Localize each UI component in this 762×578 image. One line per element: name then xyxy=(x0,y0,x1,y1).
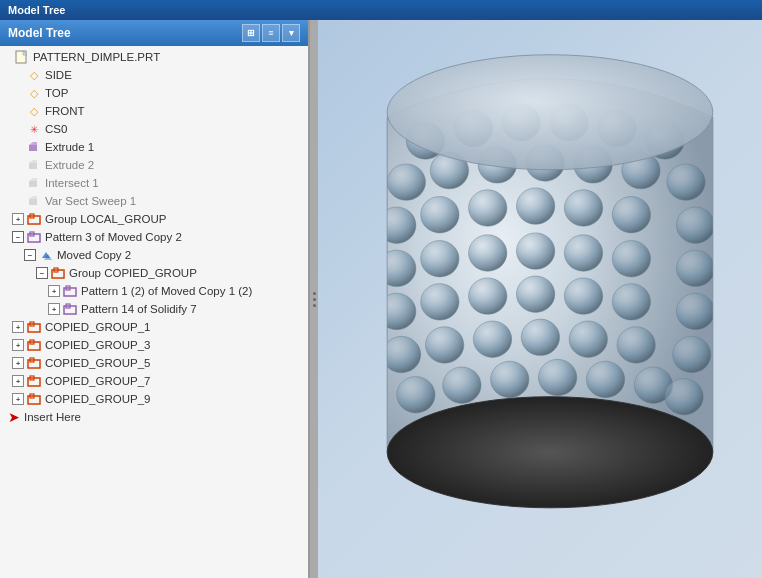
expand-btn-pattern14[interactable]: + xyxy=(48,303,60,315)
plane-icon-front: ◇ xyxy=(26,103,42,119)
tree-item-group-local[interactable]: + Group LOCAL_GROUP xyxy=(0,210,308,228)
svg-point-62 xyxy=(612,284,650,320)
tree-label-group-local: Group LOCAL_GROUP xyxy=(45,213,166,225)
expand-btn-copied-group-7[interactable]: + xyxy=(12,375,24,387)
tree-item-top[interactable]: ◇ TOP xyxy=(0,84,308,102)
cylinder-container xyxy=(368,40,732,558)
moved-copy-icon xyxy=(38,247,54,263)
expand-btn-group-local[interactable]: + xyxy=(12,213,24,225)
svg-point-69 xyxy=(617,327,655,363)
title-bar-label: Model Tree xyxy=(8,4,65,16)
expand-btn-pattern1-2[interactable]: + xyxy=(48,285,60,297)
copied-group-icon-1 xyxy=(26,319,42,335)
tree-settings-btn[interactable]: ⊞ xyxy=(242,24,260,42)
tree-item-copied-group-1[interactable]: + COPIED_GROUP_1 xyxy=(0,318,308,336)
tree-filter-btn[interactable]: ▾ xyxy=(282,24,300,42)
svg-point-43 xyxy=(378,207,416,243)
tree-view-btn[interactable]: ≡ xyxy=(262,24,280,42)
intersect-icon xyxy=(26,175,42,191)
svg-point-61 xyxy=(564,278,602,314)
expand-btn-copied-group-9[interactable]: + xyxy=(12,393,24,405)
resize-handle[interactable] xyxy=(310,20,318,578)
tree-item-copied-group-3[interactable]: + COPIED_GROUP_3 xyxy=(0,336,308,354)
expand-btn-group-copied[interactable]: − xyxy=(36,267,48,279)
main-content: Model Tree ⊞ ≡ ▾ PATTERN_DIMPLE.PRT xyxy=(0,20,762,578)
expand-btn-copied-group-5[interactable]: + xyxy=(12,357,24,369)
tree-item-pattern3[interactable]: − Pattern 3 of Moved Copy 2 xyxy=(0,228,308,246)
tree-item-side[interactable]: ◇ SIDE xyxy=(0,66,308,84)
model-tree-panel: Model Tree ⊞ ≡ ▾ PATTERN_DIMPLE.PRT xyxy=(0,20,310,578)
tree-item-copied-group-9[interactable]: + COPIED_GROUP_9 xyxy=(0,390,308,408)
tree-item-intersect1[interactable]: Intersect 1 xyxy=(0,174,308,192)
svg-point-63 xyxy=(676,293,714,329)
svg-point-68 xyxy=(569,321,607,357)
svg-marker-5 xyxy=(29,160,37,163)
svg-point-36 xyxy=(387,164,425,200)
pattern-icon-14 xyxy=(62,301,78,317)
svg-point-50 xyxy=(378,250,416,286)
tree-item-cs0[interactable]: ✳ CS0 xyxy=(0,120,308,138)
3d-viewport[interactable] xyxy=(318,20,762,578)
tree-item-copied-group-5[interactable]: + COPIED_GROUP_5 xyxy=(0,354,308,372)
svg-point-52 xyxy=(469,235,507,271)
copied-group-icon-9 xyxy=(26,391,42,407)
svg-point-42 xyxy=(667,164,705,200)
plane-icon-top: ◇ xyxy=(26,85,42,101)
svg-point-89 xyxy=(387,55,713,170)
svg-marker-9 xyxy=(29,196,37,199)
tree-item-copied-group-7[interactable]: + COPIED_GROUP_7 xyxy=(0,372,308,390)
svg-point-73 xyxy=(491,361,529,397)
svg-rect-6 xyxy=(29,181,37,187)
expand-btn-pattern3[interactable]: − xyxy=(12,231,24,243)
tree-item-pattern1-2[interactable]: + Pattern 1 (2) of Moved Copy 1 (2) xyxy=(0,282,308,300)
tree-item-pattern14[interactable]: + Pattern 14 of Solidify 7 xyxy=(0,300,308,318)
tree-label-side: SIDE xyxy=(45,69,72,81)
copied-group-icon-5 xyxy=(26,355,42,371)
svg-marker-7 xyxy=(29,178,37,181)
insert-here: ➤ Insert Here xyxy=(0,408,308,426)
expand-btn-copied-group-1[interactable]: + xyxy=(12,321,24,333)
tree-item-extrude2[interactable]: Extrude 2 xyxy=(0,156,308,174)
tree-item-front[interactable]: ◇ FRONT xyxy=(0,102,308,120)
svg-point-49 xyxy=(676,207,714,243)
svg-point-70 xyxy=(673,336,711,372)
resize-dots xyxy=(313,292,316,307)
cylinder-3d xyxy=(368,39,732,559)
svg-point-54 xyxy=(564,235,602,271)
svg-point-44 xyxy=(421,197,459,233)
svg-point-74 xyxy=(539,359,577,395)
svg-point-58 xyxy=(421,284,459,320)
svg-point-75 xyxy=(586,361,624,397)
svg-point-53 xyxy=(516,233,554,269)
expand-btn-copied-group-3[interactable]: + xyxy=(12,339,24,351)
tree-item-pattern-dimple[interactable]: PATTERN_DIMPLE.PRT xyxy=(0,48,308,66)
svg-point-56 xyxy=(676,250,714,286)
svg-point-48 xyxy=(612,197,650,233)
svg-point-77 xyxy=(665,379,703,415)
tree-item-var-sect-sweep1[interactable]: Var Sect Sweep 1 xyxy=(0,192,308,210)
tree-item-moved-copy2[interactable]: − Moved Copy 2 xyxy=(0,246,308,264)
tree-item-group-copied[interactable]: − Group COPIED_GROUP xyxy=(0,264,308,282)
tree-content[interactable]: PATTERN_DIMPLE.PRT ◇ SIDE ◇ TOP ◇ xyxy=(0,46,308,578)
svg-point-72 xyxy=(443,367,481,403)
svg-rect-2 xyxy=(29,145,37,151)
plane-icon-side: ◇ xyxy=(26,67,42,83)
svg-point-55 xyxy=(612,241,650,277)
insert-here-label: Insert Here xyxy=(24,411,81,423)
svg-point-46 xyxy=(516,188,554,224)
extrude-icon-1 xyxy=(26,139,42,155)
tree-label-extrude1: Extrude 1 xyxy=(45,141,94,153)
tree-label-front: FRONT xyxy=(45,105,85,117)
svg-point-51 xyxy=(421,241,459,277)
cs-icon: ✳ xyxy=(26,121,42,137)
svg-point-71 xyxy=(397,377,435,413)
svg-point-57 xyxy=(378,293,416,329)
tree-label-cs0: CS0 xyxy=(45,123,67,135)
svg-point-66 xyxy=(473,321,511,357)
expand-btn-moved-copy2[interactable]: − xyxy=(24,249,36,261)
tree-label-pattern14: Pattern 14 of Solidify 7 xyxy=(81,303,197,315)
tree-item-extrude1[interactable]: Extrude 1 xyxy=(0,138,308,156)
tree-label-copied-group-9: COPIED_GROUP_9 xyxy=(45,393,150,405)
group-icon-copied xyxy=(50,265,66,281)
tree-label-top: TOP xyxy=(45,87,68,99)
